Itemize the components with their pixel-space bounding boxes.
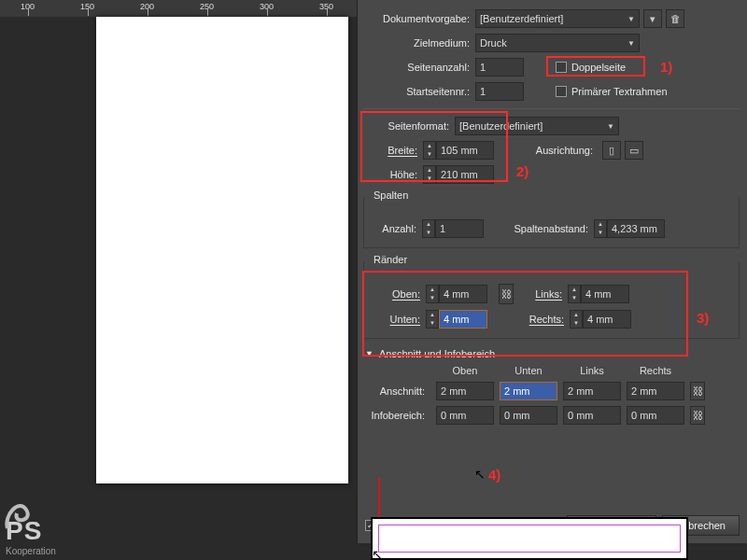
bleed-left[interactable]: 2 mm [563, 382, 621, 400]
annotation-box-1 [546, 56, 645, 77]
document-page [96, 17, 348, 483]
document-preview-bottom [371, 517, 688, 560]
label-startpage: Startseitennr.: [363, 86, 470, 97]
label-slug: Infobereich: [363, 410, 425, 421]
annotation-2: 2) [516, 163, 529, 179]
cursor-icon: ↖ [372, 547, 383, 560]
logo-subtitle: Kooperation [6, 546, 56, 556]
h-bottom: Unten [500, 365, 557, 376]
h-top: Oben [436, 365, 494, 376]
bleed-right[interactable]: 2 mm [627, 382, 684, 400]
col-count-input[interactable]: ▲▼ 1 [422, 219, 484, 238]
bleed-bottom[interactable]: 2 mm [500, 382, 557, 400]
slug-left[interactable]: 0 mm [563, 406, 621, 425]
bleed-grid: Oben Unten Links Rechts Anschnitt: 2 mm … [363, 365, 740, 425]
gutter-input[interactable]: ▲▼ 4,233 mm [594, 219, 665, 238]
link-bleed-icon[interactable]: ⛓ [690, 382, 705, 400]
primary-text-frame-label: Primärer Textrahmen [571, 86, 668, 97]
h-right: Rechts [627, 365, 684, 376]
label-orientation: Ausrichtung: [494, 145, 593, 156]
intent-combo[interactable]: Druck▼ [475, 34, 640, 52]
gutter-value[interactable]: 4,233 mm [607, 219, 665, 238]
intent-value: Druck [480, 37, 507, 49]
orientation-landscape-icon[interactable]: ▭ [625, 141, 643, 160]
brand-logo: PS Kooperation [6, 516, 56, 556]
columns-group: Spalten Anzahl: ▲▼ 1 Spaltenabstand: ▲▼ … [363, 197, 740, 248]
h-left: Links [563, 365, 621, 376]
columns-legend: Spalten [370, 189, 412, 201]
orientation-portrait-icon[interactable]: ▯ [602, 141, 621, 160]
annotation-4: 4) [488, 467, 500, 483]
label-preset: Dokumentvorgabe: [363, 13, 470, 24]
label-bleed: Anschnitt: [363, 385, 425, 397]
annotation-box-2 [360, 111, 508, 182]
divider [363, 108, 740, 109]
bleed-guide [378, 525, 681, 553]
col-count-value[interactable]: 1 [435, 219, 484, 238]
pages-input[interactable]: 1 [475, 58, 524, 77]
label-col-count: Anzahl: [372, 223, 416, 234]
margins-legend: Ränder [370, 254, 411, 265]
bleed-top[interactable]: 2 mm [436, 382, 494, 400]
slug-top[interactable]: 0 mm [436, 406, 494, 425]
annotation-3: 3) [697, 310, 709, 326]
cursor-icon: ↖ [474, 467, 486, 482]
slug-bottom[interactable]: 0 mm [500, 406, 557, 425]
preset-value: [Benutzerdefiniert] [480, 13, 563, 24]
slug-right[interactable]: 0 mm [627, 406, 684, 425]
delete-preset-icon[interactable]: 🗑 [666, 9, 684, 28]
label-intent: Zielmedium: [363, 37, 470, 49]
label-gutter: Spaltenabstand: [484, 223, 588, 234]
link-slug-icon[interactable]: ⛓ [690, 406, 705, 425]
annotation-box-3 [362, 271, 688, 357]
label-pages: Seitenanzahl: [363, 62, 470, 73]
save-preset-icon[interactable]: ▾ [643, 9, 662, 28]
primary-text-frame-checkbox[interactable] [556, 86, 567, 97]
annotation-1: 1) [660, 59, 672, 75]
preset-combo[interactable]: [Benutzerdefiniert]▼ [475, 9, 640, 28]
startpage-input[interactable]: 1 [475, 82, 524, 101]
